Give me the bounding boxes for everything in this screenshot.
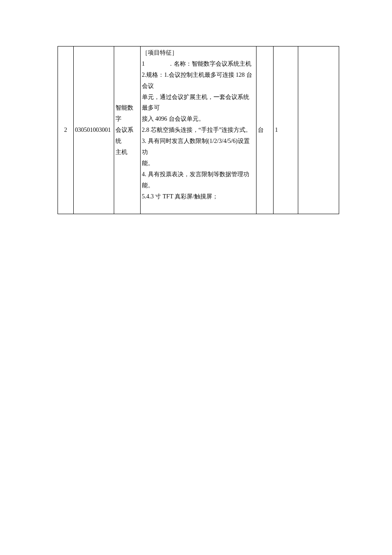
spec-table: 2 030501003001 智能数字 会议系统 主机 ［项目特征］ 1．名称：… <box>58 46 339 214</box>
desc-line: 接入 4096 台会议单元。 <box>142 113 255 125</box>
desc-line: 5.4.3 寸 TFT 真彩屏/触摸屏； <box>142 191 255 202</box>
name-line: 会议系统 <box>115 125 139 147</box>
table-row: 2 030501003001 智能数字 会议系统 主机 ［项目特征］ 1．名称：… <box>58 46 339 214</box>
cell-unit: 台 <box>257 46 274 214</box>
name-line: 主机 <box>115 147 139 158</box>
desc-line: 2.8 芯航空插头连接，“手拉手”连接方式。 <box>142 125 255 136</box>
cell-seq: 2 <box>58 46 74 214</box>
name-line: 智能数字 <box>115 102 139 125</box>
cell-qty: 1 <box>274 46 298 214</box>
desc-blank <box>142 202 255 213</box>
desc-line: 能。 <box>142 158 255 169</box>
desc-line: 3. 具有同时发言人数限制(1/2/3/4/5/6)设置功 <box>142 136 255 158</box>
desc-prefix: 1 <box>142 61 145 67</box>
cell-name: 智能数字 会议系统 主机 <box>114 46 140 214</box>
desc-line: 2.规格：1.会议控制主机最多可连接 128 台会议 <box>142 70 255 92</box>
desc-line: 单元，通过会议扩展主机，一套会议系统最多可 <box>142 92 255 114</box>
desc-line: 4. 具有投票表决，发言限制等数据管理功能。 <box>142 169 255 191</box>
cell-code: 030501003001 <box>73 46 114 214</box>
desc-line: 1．名称：智能数字会议系统主机 <box>142 58 255 70</box>
desc-rest: ．名称：智能数字会议系统主机 <box>145 61 251 67</box>
cell-empty <box>298 46 339 214</box>
desc-header: ［项目特征］ <box>142 47 255 58</box>
cell-description: ［项目特征］ 1．名称：智能数字会议系统主机 2.规格：1.会议控制主机最多可连… <box>140 46 257 214</box>
